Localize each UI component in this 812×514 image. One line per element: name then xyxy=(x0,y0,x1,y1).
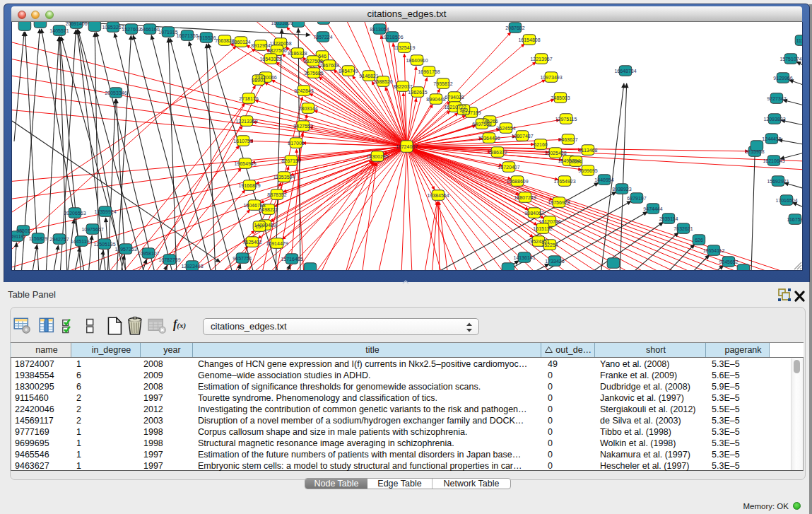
svg-text:10807487: 10807487 xyxy=(511,134,533,139)
svg-text:1527602: 1527602 xyxy=(122,27,141,32)
svg-text:8454749: 8454749 xyxy=(339,69,358,74)
svg-text:2087682: 2087682 xyxy=(505,25,524,30)
svg-text:7632621: 7632621 xyxy=(673,226,693,231)
svg-text:15716485: 15716485 xyxy=(281,257,302,262)
svg-text:16914479: 16914479 xyxy=(266,241,288,246)
svg-text:9463627: 9463627 xyxy=(558,137,577,142)
svg-text:18807249: 18807249 xyxy=(514,195,536,200)
svg-text:157: 157 xyxy=(255,224,264,229)
svg-text:16671355: 16671355 xyxy=(176,33,198,38)
svg-text:1615132: 1615132 xyxy=(533,226,552,231)
svg-text:9245652: 9245652 xyxy=(719,259,738,264)
svg-text:14136141: 14136141 xyxy=(513,255,535,260)
svg-text:7515526: 7515526 xyxy=(196,35,216,40)
svg-text:17359924: 17359924 xyxy=(94,209,116,214)
svg-text:12923448: 12923448 xyxy=(181,264,203,269)
svg-text:18640910: 18640910 xyxy=(406,58,428,63)
svg-text:16154808: 16154808 xyxy=(518,37,540,42)
svg-text:8860124: 8860124 xyxy=(231,40,250,45)
svg-text:9699695: 9699695 xyxy=(578,168,597,173)
svg-text:8878352: 8878352 xyxy=(267,192,286,197)
svg-text:1244415: 1244415 xyxy=(762,136,781,141)
svg-text:9864: 9864 xyxy=(570,159,582,164)
svg-text:8813054: 8813054 xyxy=(370,27,389,32)
svg-text:12093822: 12093822 xyxy=(763,117,785,122)
svg-text:626: 626 xyxy=(695,238,703,243)
svg-text:8186328: 8186328 xyxy=(288,51,307,56)
svg-text:16961758: 16961758 xyxy=(418,69,440,74)
svg-text:20691406: 20691406 xyxy=(65,22,87,26)
svg-text:19166829: 19166829 xyxy=(238,183,260,188)
svg-text:12213369: 12213369 xyxy=(235,119,257,124)
svg-text:2718176: 2718176 xyxy=(239,96,258,101)
svg-text:546: 546 xyxy=(318,54,326,59)
svg-text:17016504: 17016504 xyxy=(775,198,797,203)
svg-text:16210643: 16210643 xyxy=(763,158,784,163)
svg-text:98901: 98901 xyxy=(252,78,266,83)
svg-text:9227342: 9227342 xyxy=(767,96,786,101)
svg-text:20206563: 20206563 xyxy=(64,211,86,216)
svg-text:1440954: 1440954 xyxy=(594,177,613,182)
svg-text:10973493: 10973493 xyxy=(540,75,562,80)
svg-text:10025438: 10025438 xyxy=(544,151,566,156)
svg-text:16120746: 16120746 xyxy=(539,219,560,224)
svg-text:1112: 1112 xyxy=(796,38,802,43)
svg-text:1362615: 1362615 xyxy=(408,90,427,95)
svg-text:8912954: 8912954 xyxy=(251,43,270,48)
svg-text:252254: 252254 xyxy=(541,243,558,247)
svg-text:2803144: 2803144 xyxy=(298,106,317,111)
svg-text:13226058: 13226058 xyxy=(269,41,291,46)
svg-text:949: 949 xyxy=(459,107,468,112)
svg-text:10853267: 10853267 xyxy=(102,25,124,30)
svg-text:7386372: 7386372 xyxy=(488,150,507,155)
svg-text:10688609: 10688609 xyxy=(506,179,528,184)
svg-text:8990448: 8990448 xyxy=(426,97,445,102)
svg-text:12975115: 12975115 xyxy=(555,117,577,122)
svg-text:39119: 39119 xyxy=(12,234,24,239)
svg-text:10958107: 10958107 xyxy=(137,251,159,256)
svg-text:20053346: 20053346 xyxy=(105,90,126,95)
svg-text:8215958: 8215958 xyxy=(745,149,764,154)
svg-text:98501: 98501 xyxy=(16,228,30,233)
svg-text:116753: 116753 xyxy=(787,217,802,222)
svg-text:17957253: 17957253 xyxy=(114,247,136,252)
svg-text:5498222: 5498222 xyxy=(259,207,278,212)
svg-text:1610755: 1610755 xyxy=(233,139,252,144)
svg-text:10975667: 10975667 xyxy=(81,227,103,232)
svg-text:16648784: 16648784 xyxy=(614,69,636,74)
svg-text:9657751: 9657751 xyxy=(233,256,252,261)
svg-text:16543382: 16543382 xyxy=(259,57,281,62)
svg-text:6497568: 6497568 xyxy=(472,122,491,127)
svg-text:19384554: 19384554 xyxy=(427,193,449,198)
svg-text:7955812: 7955812 xyxy=(433,81,452,86)
svg-text:18724007: 18724007 xyxy=(396,144,418,149)
svg-text:16782759: 16782759 xyxy=(158,257,180,262)
svg-text:7857224: 7857224 xyxy=(313,35,332,40)
svg-text:10654112: 10654112 xyxy=(703,248,725,253)
svg-text:8938923: 8938923 xyxy=(612,187,631,192)
svg-text:7485003: 7485003 xyxy=(551,95,570,100)
svg-text:2942757: 2942757 xyxy=(49,237,69,242)
svg-text:1156829: 1156829 xyxy=(29,236,48,241)
svg-text:9113468: 9113468 xyxy=(579,148,598,153)
svg-text:11353594: 11353594 xyxy=(273,175,295,180)
svg-text:1071915: 1071915 xyxy=(158,30,177,35)
svg-text:9474444: 9474444 xyxy=(643,206,662,211)
svg-text:1733426: 1733426 xyxy=(545,259,564,264)
svg-text:9827506: 9827506 xyxy=(267,48,286,53)
svg-text:62160: 62160 xyxy=(534,142,548,147)
svg-text:8267150: 8267150 xyxy=(281,158,300,163)
svg-text:817006: 817006 xyxy=(288,141,304,146)
svg-text:2867608: 2867608 xyxy=(319,63,339,68)
svg-text:19756928: 19756928 xyxy=(548,200,570,205)
svg-text:19654945: 19654945 xyxy=(234,161,256,166)
svg-text:1588520: 1588520 xyxy=(373,79,392,84)
svg-text:3675685: 3675685 xyxy=(304,71,323,76)
svg-text:17654923: 17654923 xyxy=(553,179,575,184)
svg-text:9146821: 9146821 xyxy=(359,74,378,78)
svg-text:14451194: 14451194 xyxy=(71,239,93,244)
svg-text:8427552: 8427552 xyxy=(293,124,312,129)
svg-text:9084067: 9084067 xyxy=(524,211,543,216)
svg-text:18300295: 18300295 xyxy=(366,154,388,159)
svg-text:9242843: 9242843 xyxy=(294,88,313,93)
